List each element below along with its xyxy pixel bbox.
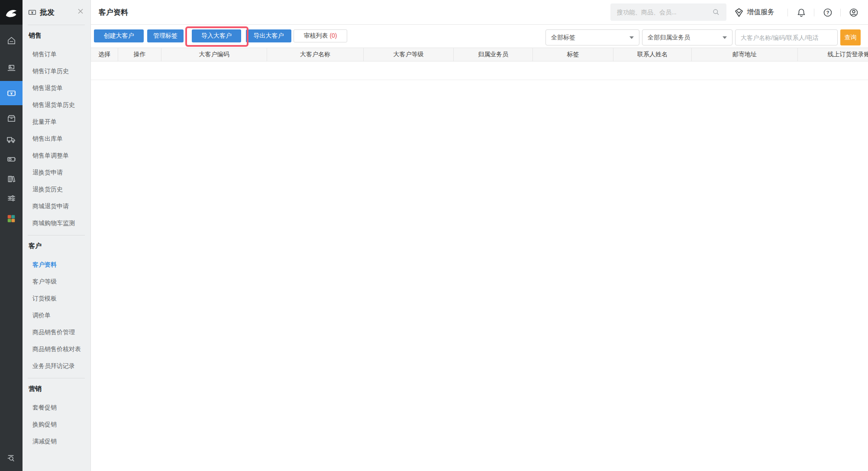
sidebar-item-price-adjustment[interactable]: 调价单 [23,307,90,324]
app-window: ¥ ¥ 批发 销售 销售订单 销售订单 [0,0,868,471]
sidebar-item-mall-return-request[interactable]: 商城退货申请 [23,198,90,215]
toolbar: 创建大客户 管理标签 导入大客户 导出大客户 审核列表 (0) 全部标签 全部归… [91,25,868,48]
svg-text:¥: ¥ [31,10,33,15]
close-icon[interactable] [77,8,84,14]
empty-table-row [91,61,868,80]
col-select: 选择 [91,48,118,61]
global-search [610,3,726,21]
salesman-filter-value: 全部归属业务员 [648,34,690,42]
sidebar-item-sales-adjustment[interactable]: 销售单调整单 [23,147,90,164]
review-list-label: 审核列表 [303,32,328,39]
main-content: 客户资料 增值服务 ? [91,0,868,471]
export-customer-button[interactable]: 导出大客户 [246,29,291,42]
sidebar-item-customer-levels[interactable]: 客户等级 [23,273,90,290]
logistics-truck-icon[interactable] [0,129,23,150]
col-salesman: 归属业务员 [454,48,533,61]
col-online-login: 线上订货登录账号 [798,48,868,61]
brand-logo[interactable] [0,0,23,25]
sidebar-header: ¥ 批发 [23,0,90,25]
chevron-down-icon [723,36,727,39]
home-icon[interactable] [0,30,23,51]
sidebar-item-sales-outbound[interactable]: 销售出库单 [23,130,90,147]
sidebar-item-sales-order-history[interactable]: 销售订单历史 [23,63,90,80]
import-customer-button[interactable]: 导入大客户 [192,29,241,42]
sidebar-item-bundle-promo[interactable]: 套餐促销 [23,399,90,416]
sidebar-item-customer-profiles[interactable]: 客户资料 [23,256,90,273]
col-contact-name: 联系人姓名 [613,48,692,61]
section-title-sales: 销售 [23,25,90,46]
sidebar-item-sales-returns[interactable]: 销售退货单 [23,80,90,97]
section-title-marketing: 营销 [23,378,90,399]
manage-tags-button[interactable]: 管理标签 [147,29,184,42]
col-customer-name: 大客户名称 [267,48,364,61]
vas-label: 增值服务 [747,8,774,17]
col-actions: 操作 [118,48,161,61]
col-customer-code: 大客户编码 [161,48,267,61]
query-button[interactable]: 查询 [840,29,861,45]
value-added-services[interactable]: 增值服务 [734,0,774,25]
delivery-orders-icon[interactable] [0,57,23,77]
col-customer-level: 大客户等级 [364,48,454,61]
divider [787,9,788,16]
global-search-input[interactable] [610,9,712,16]
svg-text:¥: ¥ [10,90,13,95]
ledger-icon[interactable] [0,168,23,189]
vas-gem-icon [734,7,744,18]
sidebar-item-sales-price-mgmt[interactable]: 商品销售价管理 [23,324,90,341]
table-header: 选择 操作 大客户编码 大客户名称 大客户等级 归属业务员 标签 联系人姓名 邮… [91,48,868,61]
search-icon[interactable] [712,8,720,16]
tag-filter-value: 全部标签 [551,34,575,42]
chevron-down-icon [629,36,634,39]
review-list-button[interactable]: 审核列表 (0) [294,29,347,42]
sidebar-item-return-exchange-history[interactable]: 退换货历史 [23,181,90,198]
customer-search-input[interactable] [735,29,838,45]
divider [840,9,841,16]
divider [814,9,814,16]
sidebar-item-discount-promo[interactable]: 满减促销 [23,433,90,450]
sidebar-item-order-templates[interactable]: 订货模板 [23,290,90,307]
wholesale-module-icon: ¥ [28,8,37,17]
sidebar-item-salesman-visits[interactable]: 业务员拜访记录 [23,358,90,374]
tag-filter-select[interactable]: 全部标签 [545,29,639,45]
salesman-filter-select[interactable]: 全部归属业务员 [642,29,732,45]
pos-terminal-icon[interactable] [0,148,23,169]
sidebar-item-sales-orders[interactable]: 销售订单 [23,46,90,63]
menu-search-icon[interactable] [0,447,23,468]
review-count-badge: (0) [329,32,337,39]
top-bar: 客户资料 增值服务 ? [91,0,868,25]
sidebar-item-exchange-promo[interactable]: 换购促销 [23,416,90,433]
help-icon[interactable]: ? [823,7,833,18]
settings-sliders-icon[interactable] [0,187,23,208]
sidebar-menu: ¥ 批发 销售 销售订单 销售订单历史 销售退货单 销售退货单历史 批量开单 销… [23,0,91,471]
sidebar-item-sales-price-check[interactable]: 商品销售价核对表 [23,341,90,358]
sidebar-item-sales-return-history[interactable]: 销售退货单历史 [23,97,90,113]
notifications-bell-icon[interactable] [796,7,807,18]
sidebar-item-batch-billing[interactable]: 批量开单 [23,113,90,130]
sidebar-title: 批发 [40,7,55,17]
svg-text:?: ? [826,10,829,15]
apps-grid-icon[interactable] [0,208,23,229]
col-mailing-address: 邮寄地址 [692,48,798,61]
sidebar-item-mall-cart-monitor[interactable]: 商城购物车监测 [23,215,90,232]
sidebar-item-return-exchange-request[interactable]: 退换货申请 [23,164,90,181]
page-title: 客户资料 [99,0,128,25]
packages-icon[interactable] [0,108,23,129]
create-customer-button[interactable]: 创建大客户 [94,29,144,42]
section-title-customers: 客户 [23,236,90,256]
wholesale-icon[interactable]: ¥ [0,81,23,105]
nav-rail: ¥ [0,0,23,471]
account-icon[interactable] [849,7,859,18]
col-tags: 标签 [533,48,613,61]
